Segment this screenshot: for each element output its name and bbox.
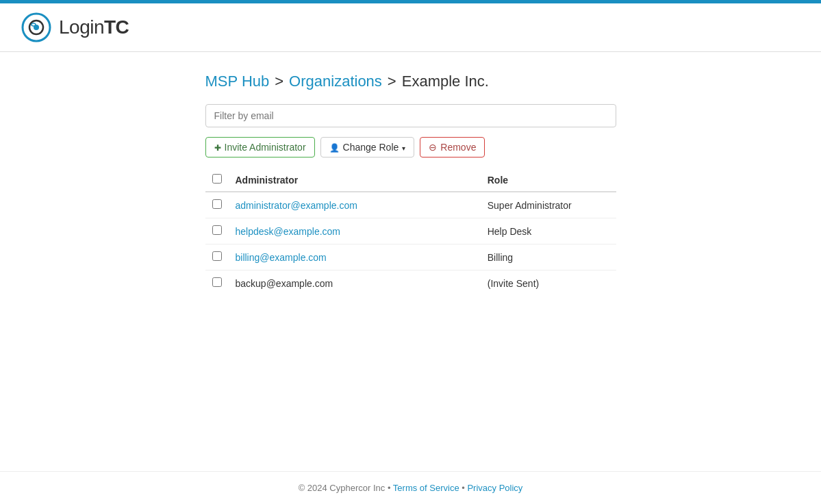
plus-icon (214, 142, 221, 153)
row-role-cell: Help Desk (481, 218, 616, 244)
row-checkbox-1[interactable] (212, 225, 222, 235)
change-role-button[interactable]: Change Role (320, 137, 415, 158)
row-email-cell: backup@example.com (229, 270, 481, 297)
row-checkbox-2[interactable] (212, 251, 222, 261)
row-role-cell: (Invite Sent) (481, 270, 616, 297)
header: LoginTC (0, 3, 821, 52)
logo-text: LoginTC (59, 16, 129, 38)
col-header-role: Role (481, 168, 616, 192)
breadcrumb-sep1: > (275, 73, 283, 90)
admin-email-link[interactable]: administrator@example.com (236, 200, 357, 211)
table-row: backup@example.com(Invite Sent) (205, 270, 616, 297)
row-checkbox-cell (205, 218, 229, 244)
invite-administrator-label: Invite Administrator (225, 142, 306, 153)
administrators-table: Administrator Role administrator@example… (205, 168, 616, 296)
logintc-icon (21, 12, 52, 43)
remove-label: Remove (440, 142, 476, 153)
logo: LoginTC (21, 12, 129, 43)
logo-bold: TC (104, 16, 129, 38)
breadcrumb-organizations[interactable]: Organizations (289, 73, 382, 90)
terms-of-service-link[interactable]: Terms of Service (393, 483, 459, 493)
content-wrapper: MSP Hub > Organizations > Example Inc. I… (205, 73, 616, 296)
user-icon (329, 142, 340, 153)
remove-button[interactable]: Remove (420, 137, 485, 158)
breadcrumb-current: Example Inc. (402, 73, 489, 90)
row-email-cell: administrator@example.com (229, 192, 481, 218)
svg-point-3 (31, 23, 36, 26)
col-header-administrator: Administrator (229, 168, 481, 192)
remove-icon (429, 142, 437, 153)
select-all-checkbox[interactable] (212, 174, 222, 184)
toolbar: Invite Administrator Change Role Remove (205, 137, 616, 158)
caret-icon (402, 142, 405, 153)
row-checkbox-0[interactable] (212, 199, 222, 209)
admin-email-link[interactable]: helpdesk@example.com (236, 226, 341, 237)
table-header-row: Administrator Role (205, 168, 616, 192)
main-content: MSP Hub > Organizations > Example Inc. I… (0, 52, 821, 471)
row-email-cell: helpdesk@example.com (229, 218, 481, 244)
privacy-policy-link[interactable]: Privacy Policy (467, 483, 522, 493)
row-role-cell: Billing (481, 244, 616, 270)
admin-email-link[interactable]: billing@example.com (236, 252, 327, 263)
breadcrumb-msp-hub[interactable]: MSP Hub (205, 73, 270, 90)
row-email-cell: billing@example.com (229, 244, 481, 270)
row-role-cell: Super Administrator (481, 192, 616, 218)
table-row: administrator@example.comSuper Administr… (205, 192, 616, 218)
select-all-header (205, 168, 229, 192)
logo-light: Login (59, 16, 104, 38)
row-checkbox-cell (205, 192, 229, 218)
row-checkbox-cell (205, 244, 229, 270)
table-row: billing@example.comBilling (205, 244, 616, 270)
breadcrumb: MSP Hub > Organizations > Example Inc. (205, 73, 616, 90)
footer-copyright: © 2024 Cyphercor Inc • (299, 483, 391, 493)
breadcrumb-sep2: > (388, 73, 396, 90)
row-checkbox-3[interactable] (212, 277, 222, 287)
footer: © 2024 Cyphercor Inc • Terms of Service … (0, 471, 821, 504)
row-checkbox-cell (205, 270, 229, 297)
invite-administrator-button[interactable]: Invite Administrator (205, 137, 315, 158)
table-body: administrator@example.comSuper Administr… (205, 192, 616, 296)
filter-email-input[interactable] (205, 104, 616, 127)
change-role-label: Change Role (343, 142, 399, 153)
table-row: helpdesk@example.comHelp Desk (205, 218, 616, 244)
